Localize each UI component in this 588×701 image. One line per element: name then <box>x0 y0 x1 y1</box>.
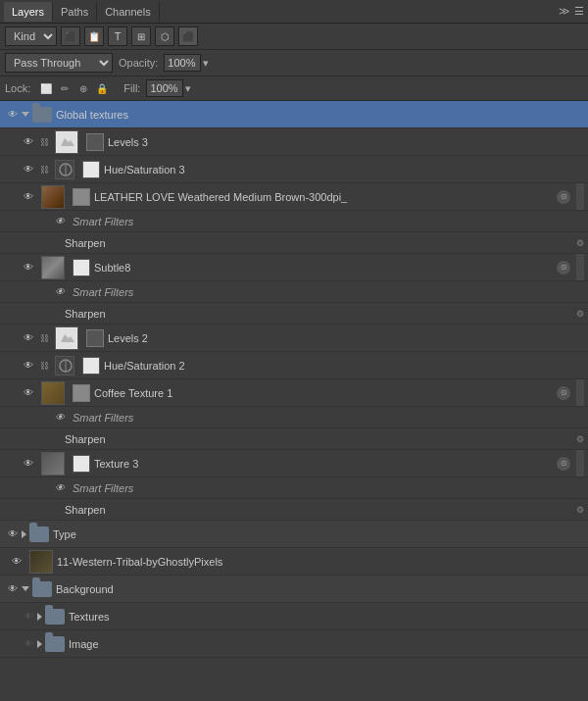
layer-image[interactable]: 👁 Image <box>0 630 588 658</box>
settings-icon-texture3[interactable]: ⚙ <box>576 505 584 515</box>
sf-label-leather: Smart Filters <box>73 216 133 227</box>
sharpen-coffee[interactable]: Sharpen ⚙ <box>0 428 588 450</box>
smart-filters-texture3: 👁 Smart Filters <box>0 477 588 499</box>
eye-type[interactable]: 👁 <box>4 526 22 543</box>
filter-type-icon[interactable]: T <box>108 26 127 46</box>
lock-label: Lock: <box>5 82 30 94</box>
smart-filters-coffee: 👁 Smart Filters <box>0 407 588 428</box>
tab-paths[interactable]: Paths <box>53 2 97 22</box>
fill-label: Fill: <box>123 82 140 94</box>
settings-icon-subtle8[interactable]: ⚙ <box>576 309 584 319</box>
layer-levels2[interactable]: 👁 ⛓ Levels 2 <box>0 325 588 352</box>
expand-icon[interactable]: ≫ <box>559 5 570 18</box>
layer-tribal[interactable]: 👁 11-Western-Tribal-byGhostlyPixels <box>0 548 588 576</box>
eye-sf-texture3[interactable]: 👁 <box>51 479 69 497</box>
sharpen-texture3[interactable]: Sharpen ⚙ <box>0 499 588 521</box>
sharpen-subtle8[interactable]: Sharpen ⚙ <box>0 303 588 325</box>
sharpen-label-subtle8: Sharpen <box>65 308 106 320</box>
eye-sf-coffee[interactable]: 👁 <box>51 409 69 426</box>
mask-levels3 <box>86 133 104 151</box>
triangle-type[interactable] <box>22 530 26 538</box>
settings-icon-leather[interactable]: ⚙ <box>576 238 584 248</box>
filter-fill-icon[interactable]: ⬛ <box>178 26 198 46</box>
folder-textures-sub <box>45 609 65 625</box>
badge-leather[interactable]: ⊙ <box>557 190 570 204</box>
mask-levels2 <box>86 329 104 347</box>
layer-global-textures[interactable]: 👁 Global textures <box>0 101 588 128</box>
filter-smart-icon[interactable]: ⬡ <box>155 26 174 46</box>
eye-tribal[interactable]: 👁 <box>8 553 25 571</box>
filter-shape-icon[interactable]: ⊞ <box>131 26 151 46</box>
layer-name-background: Background <box>56 583 584 595</box>
badge-subtle8[interactable]: ⊙ <box>557 261 570 275</box>
tab-channels[interactable]: Channels <box>97 2 159 22</box>
settings-icon-coffee[interactable]: ⚙ <box>576 434 584 444</box>
layer-name-texture3: Texture 3 <box>94 458 584 470</box>
folder-global-textures <box>32 107 52 123</box>
eye-image[interactable]: 👁 <box>20 635 37 653</box>
triangle-global-textures[interactable] <box>22 112 29 117</box>
folder-type <box>29 526 49 542</box>
triangle-image[interactable] <box>37 640 42 648</box>
lock-position-icon[interactable]: ⬜ <box>38 80 54 96</box>
mask-coffee <box>73 384 90 402</box>
lock-paint-icon[interactable]: ✏ <box>57 80 73 96</box>
layer-name-image: Image <box>69 638 584 650</box>
kind-select[interactable]: Kind <box>5 26 57 46</box>
layer-texture3[interactable]: 👁 Texture 3 ⊙ <box>0 450 588 477</box>
fill-dropdown-icon[interactable]: ▾ <box>185 82 191 95</box>
panel-tabs: Layers Paths Channels ≫ ☰ <box>0 0 588 24</box>
scroll-subtle8 <box>576 254 584 280</box>
smart-filters-leather: 👁 Smart Filters <box>0 211 588 232</box>
layer-huesat2[interactable]: 👁 ⛓ Hue/Saturation 2 <box>0 352 588 379</box>
opacity-input[interactable] <box>164 54 201 72</box>
eye-levels3[interactable]: 👁 <box>20 133 37 151</box>
eye-background[interactable]: 👁 <box>4 580 22 598</box>
layer-textures-sub[interactable]: 👁 Textures <box>0 603 588 630</box>
filter-adjust-icon[interactable]: 📋 <box>84 26 104 46</box>
opacity-dropdown-icon[interactable]: ▾ <box>203 57 209 70</box>
layer-levels3[interactable]: 👁 ⛓ Levels 3 <box>0 128 588 156</box>
filter-pixel-icon[interactable]: ⬛ <box>61 26 80 46</box>
thumb-subtle8 <box>41 256 65 279</box>
blend-mode-select[interactable]: Pass Through Normal Multiply Screen Over… <box>5 53 113 73</box>
eye-huesat3[interactable]: 👁 <box>20 161 37 178</box>
triangle-textures-sub[interactable] <box>37 613 42 621</box>
badge-texture3[interactable]: ⊙ <box>557 457 570 471</box>
layer-subtle8[interactable]: 👁 Subtle8 ⊙ <box>0 254 588 281</box>
layer-name-huesat2: Hue/Saturation 2 <box>104 360 584 372</box>
layer-huesat3[interactable]: 👁 ⛓ Hue/Saturation 3 <box>0 156 588 183</box>
fill-input[interactable] <box>146 79 183 97</box>
tab-layers[interactable]: Layers <box>4 2 53 22</box>
eye-sf-subtle8[interactable]: 👁 <box>51 283 69 301</box>
layer-name-textures-sub: Textures <box>69 611 584 623</box>
menu-icon[interactable]: ☰ <box>574 5 584 18</box>
sharpen-leather[interactable]: Sharpen ⚙ <box>0 232 588 254</box>
layer-leather[interactable]: 👁 LEATHER LOVE Weathered Medium Brown-30… <box>0 183 588 211</box>
mask-texture3 <box>73 455 90 473</box>
eye-coffee[interactable]: 👁 <box>20 384 37 402</box>
eye-huesat2[interactable]: 👁 <box>20 357 37 375</box>
chain-huesat2: ⛓ <box>37 361 51 371</box>
eye-texture3[interactable]: 👁 <box>20 455 37 473</box>
eye-subtle8[interactable]: 👁 <box>20 259 37 276</box>
eye-leather[interactable]: 👁 <box>20 188 37 206</box>
sharpen-label-texture3: Sharpen <box>65 504 106 516</box>
smart-filters-subtle8: 👁 Smart Filters <box>0 281 588 303</box>
layer-name-leather: LEATHER LOVE Weathered Medium Brown-300d… <box>94 191 584 203</box>
layer-type[interactable]: 👁 Type <box>0 521 588 548</box>
eye-levels2[interactable]: 👁 <box>20 329 37 347</box>
layer-name-levels3: Levels 3 <box>108 136 584 148</box>
layer-coffee[interactable]: 👁 Coffee Texture 1 ⊙ <box>0 379 588 407</box>
chain-levels3: ⛓ <box>37 137 51 147</box>
sf-label-coffee: Smart Filters <box>73 412 133 424</box>
lock-all-icon[interactable]: 🔒 <box>94 80 110 96</box>
eye-global-textures[interactable]: 👁 <box>4 106 22 124</box>
triangle-background[interactable] <box>22 586 29 591</box>
lock-move-icon[interactable]: ⊕ <box>75 80 91 96</box>
thumb-huesat3 <box>55 160 74 179</box>
layer-background[interactable]: 👁 Background <box>0 576 588 603</box>
eye-sf-leather[interactable]: 👁 <box>51 213 69 230</box>
eye-textures-sub[interactable]: 👁 <box>20 608 37 626</box>
badge-coffee[interactable]: ⊙ <box>557 386 570 400</box>
